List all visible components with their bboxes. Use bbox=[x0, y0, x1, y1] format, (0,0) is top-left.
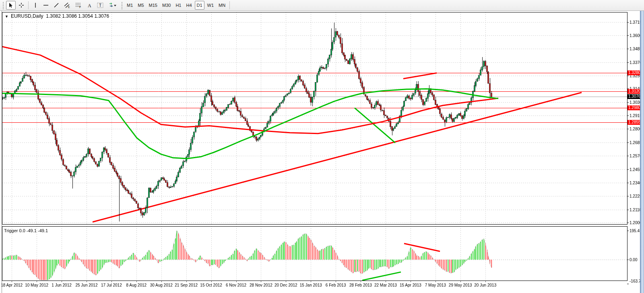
svg-text:F: F bbox=[79, 6, 81, 8]
timeframe-button-m15[interactable]: M15 bbox=[147, 1, 159, 10]
level-price-box: 1.3280 bbox=[627, 70, 640, 75]
chart-title-text: EURUSD,Daily 1.3082 1.3086 1.3054 1.3076 bbox=[11, 13, 109, 19]
date-tick-label: 28 Feb 2013 bbox=[349, 283, 372, 287]
date-tick-label: 1 Jun 2012 bbox=[52, 283, 72, 287]
bid-price-box: 1.3076 bbox=[627, 94, 640, 99]
svg-text:E: E bbox=[68, 6, 70, 8]
indicator-tick-label: 0.00 bbox=[630, 258, 637, 262]
chart-menu-triangle-icon[interactable]: ▼ bbox=[5, 14, 8, 19]
date-tick-label: 20 Dec 2012 bbox=[275, 283, 297, 287]
timeframe-button-w1[interactable]: W1 bbox=[205, 1, 216, 10]
label-tool-button[interactable]: T bbox=[95, 1, 105, 10]
fibo-tool-button[interactable]: F bbox=[73, 1, 84, 10]
channel-icon: E bbox=[64, 2, 70, 8]
cursor-icon bbox=[8, 2, 14, 8]
date-tick-label: 30 Aug 2012 bbox=[150, 283, 173, 287]
date-tick-label: 22 Mar 2013 bbox=[374, 283, 397, 287]
crosshair-tool-button[interactable] bbox=[17, 1, 26, 10]
indicator-tick-label: 195.4 bbox=[630, 229, 640, 233]
hline-icon bbox=[43, 2, 49, 8]
toolbar-grip[interactable] bbox=[2, 1, 4, 9]
arrows-tool-button[interactable] bbox=[106, 1, 119, 10]
indicator-tick-label: -163.7 bbox=[630, 279, 641, 283]
date-tick-label: 8 Aug 2012 bbox=[126, 283, 147, 287]
label-icon: T bbox=[97, 2, 103, 8]
cursor-tool-button[interactable] bbox=[6, 1, 16, 10]
date-tick-label: 15 Jan 2013 bbox=[300, 283, 322, 287]
indicator-title-text: Trigger 0.0 -49.1 -49.1 bbox=[4, 228, 48, 233]
level-price-box: 1.2980 bbox=[627, 105, 640, 110]
date-tick-label: 18 Apr 2012 bbox=[1, 283, 23, 287]
timeframe-button-m1[interactable]: M1 bbox=[125, 1, 135, 10]
toolbar-separator bbox=[28, 1, 29, 9]
trendline-icon bbox=[54, 2, 59, 8]
text-tool-button[interactable]: A bbox=[85, 1, 94, 10]
vline-icon bbox=[33, 2, 38, 8]
arrows-icon bbox=[108, 2, 117, 8]
level-price-box: 1.2855 bbox=[627, 120, 640, 125]
toolbar: EFATM1M5M15M30H1H4D1W1MN bbox=[0, 0, 644, 11]
date-tick-label: 17 Jul 2012 bbox=[101, 283, 122, 287]
date-tick-label: 6 Nov 2012 bbox=[226, 283, 246, 287]
date-tick-label: 28 Nov 2012 bbox=[250, 283, 272, 287]
channel-tool-button[interactable]: E bbox=[62, 1, 72, 10]
date-tick-label: 21 Sep 2012 bbox=[175, 283, 198, 287]
hline-tool-button[interactable] bbox=[41, 1, 51, 10]
indicator-pane[interactable] bbox=[2, 226, 627, 281]
chart-window: ▼EURUSD,Daily 1.3082 1.3086 1.3054 1.307… bbox=[0, 11, 644, 293]
text-icon: A bbox=[87, 2, 92, 8]
vline-tool-button[interactable] bbox=[31, 1, 40, 10]
window-left-border bbox=[2, 11, 2, 293]
svg-text:A: A bbox=[88, 3, 91, 8]
chart-title: ▼EURUSD,Daily 1.3082 1.3086 1.3054 1.307… bbox=[5, 13, 109, 19]
svg-text:T: T bbox=[99, 3, 101, 8]
date-tick-label: 20 Jun 2013 bbox=[474, 283, 496, 287]
timeframe-button-d1[interactable]: D1 bbox=[195, 1, 204, 10]
date-tick-label: 25 Jun 2012 bbox=[75, 283, 97, 287]
main-chart-pane[interactable] bbox=[2, 12, 627, 235]
mt4-application-window: EFATM1M5M15M30H1H4D1W1MN ▼EURUSD,Daily 1… bbox=[0, 0, 644, 293]
vertical-scrollbar[interactable] bbox=[640, 11, 644, 293]
trendline-tool-button[interactable] bbox=[52, 1, 61, 10]
crosshair-icon bbox=[19, 2, 24, 8]
level-price-box: 1.3120 bbox=[627, 89, 640, 94]
date-tick-label: 7 May 2013 bbox=[425, 283, 446, 287]
timeframe-button-h4[interactable]: H4 bbox=[184, 1, 194, 10]
timeframe-button-mn[interactable]: MN bbox=[217, 1, 227, 10]
fibo-icon: F bbox=[75, 2, 82, 8]
toolbar-separator bbox=[229, 1, 230, 9]
timeframe-button-m30[interactable]: M30 bbox=[160, 1, 173, 10]
date-tick-label: 15 Apr 2013 bbox=[400, 283, 421, 287]
timeframe-button-h1[interactable]: H1 bbox=[173, 1, 183, 10]
indicator-title: Trigger 0.0 -49.1 -49.1 bbox=[4, 228, 48, 233]
date-tick-label: 29 May 2013 bbox=[449, 283, 472, 287]
date-tick-label: 15 Oct 2012 bbox=[200, 283, 222, 287]
date-tick-label: 6 Feb 2013 bbox=[326, 283, 346, 287]
toolbar-grip[interactable] bbox=[121, 1, 123, 9]
date-tick-label: 10 May 2012 bbox=[25, 283, 48, 287]
timeframe-button-m5[interactable]: M5 bbox=[136, 1, 146, 10]
